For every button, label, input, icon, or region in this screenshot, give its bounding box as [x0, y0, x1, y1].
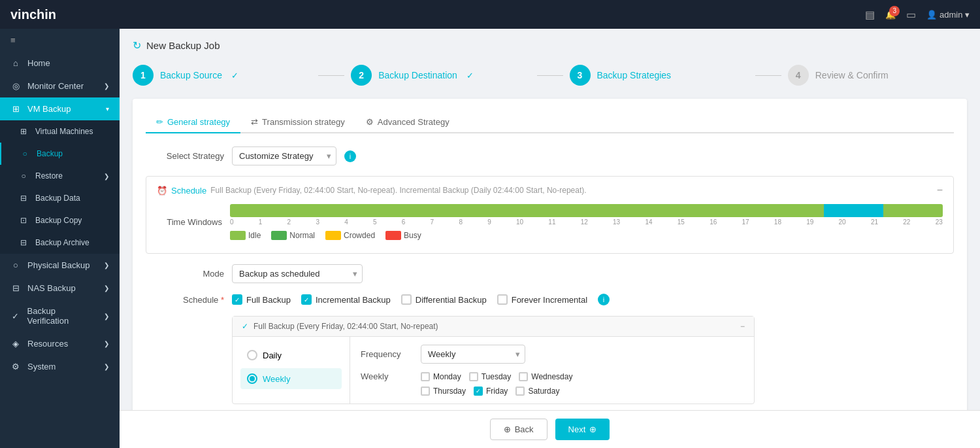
- thursday-label: Thursday: [433, 387, 466, 396]
- checkbox-differential-backup[interactable]: Differential Backup: [401, 294, 487, 305]
- restore-icon: ○: [18, 171, 29, 181]
- checkbox-incremental-backup[interactable]: ✓ Incremental Backup: [301, 294, 391, 305]
- checkbox-forever-incremental[interactable]: Forever Incremental: [497, 294, 587, 305]
- sub-schedule-body: Daily Weekly Fre: [233, 337, 754, 404]
- schedule-minus-icon[interactable]: −: [937, 184, 943, 196]
- sidebar-item-backup-copy[interactable]: ⊡ Backup Copy: [0, 209, 120, 232]
- checkbox-full-backup[interactable]: ✓ Full Backup: [232, 294, 291, 305]
- weekly-label: Weekly: [361, 371, 413, 381]
- logo: vinchin: [10, 7, 56, 22]
- sidebar-item-resources[interactable]: ◈ Resources ❯: [0, 332, 120, 355]
- weekly-days-row-2: Thursday ✓ Friday Saturday: [361, 387, 743, 396]
- back-button[interactable]: ⊕ Back: [490, 419, 547, 440]
- legend-normal-label: Normal: [289, 231, 315, 240]
- radio-daily[interactable]: Daily: [240, 345, 342, 366]
- time-windows-label: Time Windows: [157, 217, 222, 227]
- full-backup-checkbox: ✓: [232, 294, 242, 305]
- schedule-info-icon[interactable]: i: [598, 294, 610, 305]
- friday-label: Friday: [486, 387, 508, 396]
- time-seg-idle2: [883, 204, 943, 217]
- message-icon[interactable]: ▤: [865, 9, 875, 21]
- frequency-select[interactable]: Daily Weekly Monthly: [421, 345, 525, 364]
- tab-general-strategy[interactable]: ✏ General strategy: [146, 112, 240, 133]
- refresh-icon: ↻: [133, 39, 141, 52]
- sidebar-item-virtual-machines[interactable]: ⊞ Virtual Machines: [0, 120, 120, 143]
- backup-copy-icon: ⊡: [18, 216, 29, 225]
- saturday-label: Saturday: [528, 387, 559, 396]
- sidebar-item-backup-archive[interactable]: ⊟ Backup Archive: [0, 232, 120, 254]
- sidebar-item-backup-data[interactable]: ⊟ Backup Data: [0, 187, 120, 209]
- sidebar-item-label: Backup Data: [35, 194, 80, 203]
- tab-advanced-strategy[interactable]: ⚙ Advanced Strategy: [355, 112, 460, 133]
- weekly-radio-label: Weekly: [263, 374, 290, 384]
- frequency-row: Frequency Daily Weekly Monthly ▾: [361, 345, 743, 364]
- sub-schedule-header: ✓ Full Backup (Every Friday, 02:44:00 St…: [233, 317, 754, 337]
- sub-schedule-right: Frequency Daily Weekly Monthly ▾: [350, 337, 754, 404]
- sub-schedule-check: ✓: [242, 322, 248, 331]
- schedule-checkbox-group: ✓ Full Backup ✓ Incremental Backup Diffe…: [232, 294, 610, 305]
- sidebar-item-backup-verification[interactable]: ✓ Backup Verification ❯: [0, 300, 120, 332]
- day-checkboxes-2: Thursday ✓ Friday Saturday: [421, 387, 559, 396]
- monitor-icon[interactable]: ▭: [906, 9, 916, 21]
- backup-data-icon: ⊟: [18, 194, 29, 203]
- mode-label: Mode: [146, 269, 224, 279]
- sidebar-item-system[interactable]: ⚙ System ❯: [0, 355, 120, 378]
- select-strategy-label: Select Strategy: [146, 151, 224, 161]
- time-seg-teal: [824, 204, 883, 217]
- sidebar-item-restore[interactable]: ○ Restore ❯: [0, 165, 120, 187]
- notification-bell[interactable]: 🔔 3: [885, 10, 896, 20]
- sidebar-item-monitor-center[interactable]: ◎ Monitor Center ❯: [0, 75, 120, 97]
- chevron-right-icon: ❯: [104, 173, 109, 180]
- day-friday[interactable]: ✓ Friday: [474, 387, 508, 396]
- wizard-step-3: 3 Backup Strategies: [570, 65, 749, 86]
- sidebar-item-vm-backup[interactable]: ⊞ VM Backup ▾: [0, 97, 120, 120]
- next-button[interactable]: Next ⊕: [555, 419, 610, 440]
- sidebar-hamburger[interactable]: ≡: [0, 29, 120, 52]
- sub-schedule-minus-icon[interactable]: −: [740, 322, 745, 331]
- select-strategy-input[interactable]: Customize Strategy Default Strategy: [232, 146, 336, 165]
- day-saturday[interactable]: Saturday: [515, 387, 559, 396]
- sidebar-item-label: Home: [27, 58, 50, 68]
- differential-backup-label: Differential Backup: [416, 295, 487, 305]
- sidebar-item-home[interactable]: ⌂ Home: [0, 52, 120, 75]
- chevron-right-icon: ❯: [104, 284, 109, 292]
- mode-select[interactable]: Backup as scheduled Manual only: [232, 264, 363, 283]
- schedule-label: Schedule: [171, 186, 206, 196]
- wizard-connector-3: [755, 75, 781, 76]
- system-icon: ⚙: [10, 362, 21, 371]
- time-legend: Idle Normal Crowded: [230, 231, 943, 240]
- day-thursday[interactable]: Thursday: [421, 387, 466, 396]
- day-monday[interactable]: Monday: [421, 372, 461, 381]
- tab-transmission-strategy[interactable]: ⇄ Transmission strategy: [240, 112, 355, 133]
- daily-radio-label: Daily: [263, 351, 282, 360]
- main-content: ↻ New Backup Job 1 Backup Source ✓ 2 Bac…: [120, 29, 980, 410]
- day-tuesday[interactable]: Tuesday: [469, 372, 512, 381]
- radio-weekly[interactable]: Weekly: [240, 368, 342, 389]
- day-wednesday[interactable]: Wednesday: [519, 372, 572, 381]
- step-3-label: Backup Strategies: [597, 70, 672, 80]
- virtual-machines-icon: ⊞: [18, 127, 29, 136]
- chevron-down-icon: ▾: [106, 105, 109, 112]
- monday-label: Monday: [433, 372, 461, 381]
- sidebar: ≡ ⌂ Home ◎ Monitor Center ❯ ⊞ VM Backup …: [0, 29, 120, 448]
- home-icon: ⌂: [10, 58, 21, 68]
- legend-busy-color: [385, 231, 401, 240]
- tab-bar: ✏ General strategy ⇄ Transmission strate…: [146, 112, 954, 133]
- backup-archive-icon: ⊟: [18, 238, 29, 247]
- sidebar-item-nas-backup[interactable]: ⊟ NAS Backup ❯: [0, 277, 120, 300]
- sidebar-submenu: ⊞ Virtual Machines ○ Backup ○ Restore ❯ …: [0, 120, 120, 254]
- info-icon[interactable]: i: [344, 150, 356, 162]
- required-asterisk: *: [221, 295, 224, 305]
- sub-schedule-title: Full Backup (Every Friday, 02:44:00 Star…: [253, 322, 740, 331]
- clock-icon: ⏰: [157, 186, 167, 196]
- topbar-right: ▤ 🔔 3 ▭ 👤 admin ▾: [865, 9, 970, 21]
- step-1-num: 1: [133, 65, 154, 86]
- wizard-step-4: 4 Review & Confirm: [788, 65, 967, 86]
- user-menu[interactable]: 👤 admin ▾: [926, 10, 970, 20]
- sidebar-item-physical-backup[interactable]: ○ Physical Backup ❯: [0, 254, 120, 277]
- sidebar-item-backup[interactable]: ○ Backup: [0, 143, 120, 165]
- schedule-box: ⏰ Schedule Full Backup (Every Friday, 02…: [146, 176, 954, 254]
- sub-schedule-panel: ✓ Full Backup (Every Friday, 02:44:00 St…: [232, 316, 755, 404]
- incremental-backup-checkbox: ✓: [301, 294, 312, 305]
- schedule-checkboxes-row: Schedule * ✓ Full Backup ✓ Incremental B…: [146, 294, 954, 305]
